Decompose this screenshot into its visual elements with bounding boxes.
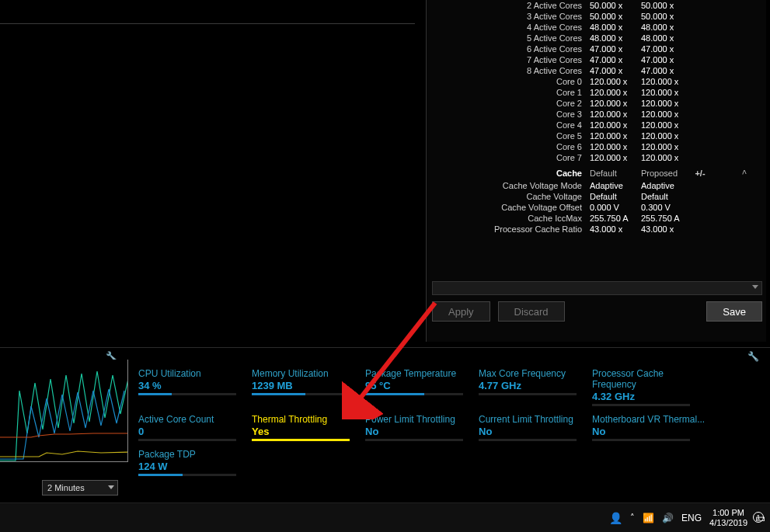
setting-label: Processor Cache Ratio	[427, 224, 590, 235]
status-metric[interactable]: Package Temperature 95 °C	[365, 368, 479, 406]
tray-chevron-icon[interactable]: ˄	[630, 513, 635, 523]
metric-value: No	[479, 426, 592, 437]
setting-default-value: Default	[590, 191, 641, 202]
setting-proposed-value[interactable]: 120.000 x	[641, 109, 692, 120]
metric-bar	[252, 439, 350, 441]
wrench-icon[interactable]: 🔧	[747, 351, 759, 362]
setting-row: 3 Active Cores 50.000 x 50.000 x	[427, 11, 747, 22]
setting-default-value: 120.000 x	[590, 76, 641, 87]
setting-default-value: 47.000 x	[590, 54, 641, 65]
save-button[interactable]: Save	[706, 301, 762, 322]
setting-proposed-value[interactable]: 47.000 x	[641, 54, 692, 65]
time-range-select[interactable]: 2 Minutes	[42, 480, 118, 495]
language-indicator[interactable]: ENG	[681, 513, 702, 523]
setting-default-value: 50.000 x	[590, 0, 641, 11]
cache-setting-row: Cache Voltage Default Default	[427, 191, 747, 202]
status-metric[interactable]: Max Core Frequency 4.77 GHz	[479, 368, 592, 406]
setting-row: Core 0 120.000 x 120.000 x	[427, 76, 747, 87]
wifi-icon[interactable]: 📶	[643, 513, 654, 523]
setting-label: Core 6	[427, 141, 590, 152]
metric-label: Power Limit Throttling	[365, 414, 479, 425]
setting-proposed-value[interactable]: 120.000 x	[641, 98, 692, 109]
setting-row: 2 Active Cores 50.000 x 50.000 x	[427, 0, 747, 11]
setting-row: 8 Active Cores 47.000 x 47.000 x	[427, 65, 747, 76]
status-metric[interactable]: Current Limit Throttling No	[479, 414, 592, 441]
metric-bar	[479, 393, 577, 395]
profile-select[interactable]	[432, 281, 762, 295]
setting-default-value: 48.000 x	[590, 22, 641, 33]
setting-row: Core 6 120.000 x 120.000 x	[427, 141, 747, 152]
setting-proposed-value[interactable]: 0.300 V	[641, 202, 692, 213]
cache-setting-row: Cache Voltage Offset 0.000 V 0.300 V	[427, 202, 747, 213]
status-metric[interactable]: CPU Utilization 34 %	[138, 368, 252, 406]
setting-proposed-value[interactable]: 50.000 x	[641, 0, 692, 11]
metric-value: Yes	[252, 426, 365, 437]
setting-label: Cache Voltage	[427, 191, 590, 202]
setting-default-value: 48.000 x	[590, 33, 641, 43]
setting-default-value: Adaptive	[590, 180, 641, 191]
status-metric[interactable]: Active Core Count 0	[138, 414, 252, 441]
setting-row: 4 Active Cores 48.000 x 48.000 x	[427, 22, 747, 33]
setting-label: 4 Active Cores	[427, 22, 590, 33]
people-icon[interactable]: 👤	[609, 512, 622, 524]
setting-default-value: 47.000 x	[590, 65, 641, 76]
status-metric[interactable]: Processor Cache Frequency 4.32 GHz	[592, 368, 706, 406]
taskbar-clock[interactable]: 1:00 PM 4/13/2019	[709, 508, 747, 528]
status-bar: 🔧 🔧 2 Minutes CPU Utilization 34 % Memor…	[0, 347, 770, 502]
status-metric[interactable]: Power Limit Throttling No	[365, 414, 479, 441]
setting-proposed-value[interactable]: 120.000 x	[641, 76, 692, 87]
setting-proposed-value[interactable]: 48.000 x	[641, 33, 692, 43]
setting-proposed-value[interactable]: 120.000 x	[641, 130, 692, 141]
metric-value: 4.77 GHz	[479, 380, 592, 391]
setting-proposed-value[interactable]: 48.000 x	[641, 22, 692, 33]
metric-value: 124 W	[138, 461, 252, 472]
setting-proposed-value[interactable]: 43.000 x	[641, 224, 692, 235]
status-metric[interactable]: Memory Utilization 1239 MB	[252, 368, 365, 406]
setting-proposed-value[interactable]: 47.000 x	[641, 65, 692, 76]
setting-row: Core 7 120.000 x 120.000 x	[427, 152, 747, 163]
status-metric[interactable]: Package TDP 124 W	[138, 449, 252, 476]
setting-label: Core 5	[427, 130, 590, 141]
setting-row: Core 2 120.000 x 120.000 x	[427, 98, 747, 109]
cache-setting-row: Cache IccMax 255.750 A 255.750 A	[427, 213, 747, 224]
status-metric[interactable]: Motherboard VR Thermal... No	[592, 414, 706, 441]
left-empty-pane	[0, 0, 423, 342]
metric-label: Max Core Frequency	[479, 368, 592, 379]
setting-proposed-value[interactable]: Adaptive	[641, 180, 692, 191]
status-metric[interactable]: Thermal Throttling Yes	[252, 414, 365, 441]
volume-icon[interactable]: 🔊	[662, 513, 674, 523]
metric-bar	[592, 439, 690, 441]
setting-label: 6 Active Cores	[427, 43, 590, 54]
setting-row: 5 Active Cores 48.000 x 48.000 x	[427, 33, 747, 43]
setting-default-value: 120.000 x	[590, 141, 641, 152]
setting-default-value: 120.000 x	[590, 87, 641, 98]
setting-proposed-value[interactable]: 120.000 x	[641, 152, 692, 163]
setting-label: Core 4	[427, 120, 590, 130]
chevron-up-icon[interactable]: ʌ	[742, 167, 747, 176]
clock-date: 4/13/2019	[709, 518, 747, 528]
metric-bar	[365, 393, 463, 395]
setting-proposed-value[interactable]: 47.000 x	[641, 43, 692, 54]
setting-proposed-value[interactable]: 120.000 x	[641, 120, 692, 130]
setting-label: Core 0	[427, 76, 590, 87]
setting-proposed-value[interactable]: 255.750 A	[641, 213, 692, 224]
setting-proposed-value[interactable]: 120.000 x	[641, 141, 692, 152]
cache-header-row[interactable]: Cache Default Proposed +/-	[427, 166, 747, 180]
clock-time: 1:00 PM	[709, 508, 747, 518]
notifications-icon[interactable]: ▭1	[755, 512, 765, 524]
setting-label: Cache Voltage Mode	[427, 180, 590, 191]
setting-label: 7 Active Cores	[427, 54, 590, 65]
setting-proposed-value[interactable]: Default	[641, 191, 692, 202]
setting-proposed-value[interactable]: 120.000 x	[641, 87, 692, 98]
setting-default-value: 120.000 x	[590, 109, 641, 120]
dropdown-triangle-icon	[108, 485, 114, 489]
metric-value: No	[365, 426, 479, 437]
apply-button[interactable]: Apply	[432, 301, 490, 322]
windows-taskbar[interactable]: 👤 ˄ 📶 🔊 ENG 1:00 PM 4/13/2019 ▭1	[0, 502, 770, 532]
metric-label: Motherboard VR Thermal...	[592, 414, 706, 425]
setting-proposed-value[interactable]: 50.000 x	[641, 11, 692, 22]
metric-bar	[252, 393, 350, 395]
metric-label: Processor Cache Frequency	[592, 368, 706, 390]
discard-button[interactable]: Discard	[498, 301, 565, 322]
action-button-row: Apply Discard Save	[432, 301, 762, 323]
